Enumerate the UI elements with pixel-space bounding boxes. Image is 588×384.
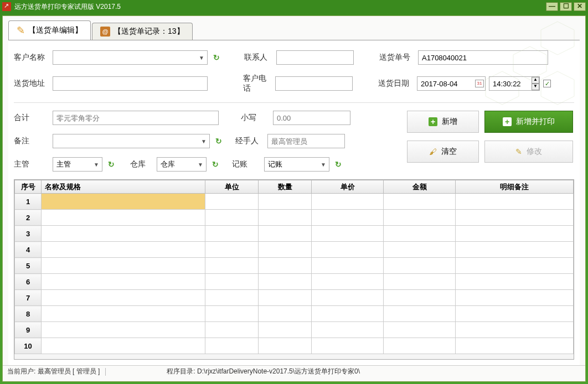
cell[interactable] xyxy=(42,338,205,354)
cell[interactable] xyxy=(384,258,456,274)
delivery-no-input[interactable] xyxy=(418,50,548,65)
time-spinner[interactable]: 14:30:22▲▼ xyxy=(489,76,540,91)
cell[interactable] xyxy=(384,194,456,210)
cell[interactable] xyxy=(384,338,456,354)
cell[interactable] xyxy=(42,306,205,322)
cell[interactable] xyxy=(456,290,574,306)
cell[interactable] xyxy=(312,338,384,354)
cell[interactable] xyxy=(456,242,574,258)
remark-combo[interactable]: ▼ xyxy=(53,134,210,148)
row-number[interactable]: 6 xyxy=(15,274,42,290)
cell[interactable] xyxy=(384,290,456,306)
col-price[interactable]: 单价 xyxy=(312,180,384,194)
cell[interactable] xyxy=(259,338,312,354)
refresh-icon[interactable]: ↻ xyxy=(214,137,223,146)
row-number[interactable]: 7 xyxy=(15,290,42,306)
total-input[interactable] xyxy=(53,111,219,125)
cell[interactable] xyxy=(205,226,259,242)
cell[interactable] xyxy=(42,290,205,306)
table-row[interactable]: 1 xyxy=(15,194,574,210)
row-number[interactable]: 3 xyxy=(15,226,42,242)
cell[interactable] xyxy=(259,306,312,322)
cell[interactable] xyxy=(384,226,456,242)
row-number[interactable]: 5 xyxy=(15,258,42,274)
cell[interactable] xyxy=(259,258,312,274)
table-row[interactable]: 10 xyxy=(15,338,574,354)
date-checkbox[interactable]: ✓ xyxy=(543,80,551,87)
tab-records[interactable]: @ 【送货单记录：13】 xyxy=(92,23,193,40)
cell[interactable] xyxy=(205,338,259,354)
row-number[interactable]: 10 xyxy=(15,338,42,354)
col-seq[interactable]: 序号 xyxy=(15,180,42,194)
minimize-button[interactable]: — xyxy=(546,2,558,11)
cell[interactable] xyxy=(42,274,205,290)
cell[interactable] xyxy=(312,274,384,290)
table-row[interactable]: 5 xyxy=(15,258,574,274)
supervisor-combo[interactable]: 主管▼ xyxy=(53,157,102,172)
table-row[interactable]: 6 xyxy=(15,274,574,290)
warehouse-combo[interactable]: 仓库▼ xyxy=(157,157,207,172)
customer-name-combo[interactable]: ▼ xyxy=(53,50,208,65)
refresh-icon[interactable]: ↻ xyxy=(334,160,343,169)
cell[interactable] xyxy=(456,194,574,210)
refresh-icon[interactable]: ↻ xyxy=(211,160,220,169)
col-qty[interactable]: 数量 xyxy=(259,180,312,194)
clear-button[interactable]: 🖌清空 xyxy=(407,141,479,163)
titlebar[interactable]: 远方送货单打印专家试用版 V2017.5 — ☐ ✕ xyxy=(0,0,588,13)
cell[interactable] xyxy=(259,194,312,210)
cell[interactable] xyxy=(42,242,205,258)
cell[interactable] xyxy=(259,274,312,290)
cell[interactable] xyxy=(205,194,259,210)
cell[interactable] xyxy=(42,194,205,210)
row-number[interactable]: 4 xyxy=(15,242,42,258)
cell[interactable] xyxy=(205,306,259,322)
col-unit[interactable]: 单位 xyxy=(205,180,259,194)
cell[interactable] xyxy=(42,226,205,242)
cell[interactable] xyxy=(259,210,312,226)
handler-input[interactable] xyxy=(267,134,345,148)
row-number[interactable]: 1 xyxy=(15,194,42,210)
cell[interactable] xyxy=(312,194,384,210)
cell[interactable] xyxy=(205,258,259,274)
add-print-button[interactable]: +新增并打印 xyxy=(484,111,573,133)
cell[interactable] xyxy=(456,210,574,226)
date-picker[interactable]: 2017-08-0431 xyxy=(417,76,486,91)
tab-edit[interactable]: ✎ 【送货单编辑】 xyxy=(8,20,91,40)
table-row[interactable]: 2 xyxy=(15,210,574,226)
refresh-icon[interactable]: ↻ xyxy=(107,160,116,169)
cell[interactable] xyxy=(259,290,312,306)
modify-button[interactable]: ✎修改 xyxy=(484,141,573,163)
items-table[interactable]: 序号 名称及规格 单位 数量 单价 金额 明细备注 12345678910 xyxy=(14,179,574,360)
row-number[interactable]: 2 xyxy=(15,210,42,226)
cell[interactable] xyxy=(456,338,574,354)
contact-input[interactable] xyxy=(276,50,354,65)
cust-phone-input[interactable] xyxy=(275,76,353,91)
cell[interactable] xyxy=(205,274,259,290)
cell[interactable] xyxy=(312,242,384,258)
maximize-button[interactable]: ☐ xyxy=(560,2,572,11)
cell[interactable] xyxy=(312,290,384,306)
table-row[interactable]: 9 xyxy=(15,322,574,338)
cell[interactable] xyxy=(312,306,384,322)
row-number[interactable]: 9 xyxy=(15,322,42,338)
table-row[interactable]: 8 xyxy=(15,306,574,322)
cell[interactable] xyxy=(42,322,205,338)
table-row[interactable]: 7 xyxy=(15,290,574,306)
close-button[interactable]: ✕ xyxy=(574,2,586,11)
row-number[interactable]: 8 xyxy=(15,306,42,322)
cell[interactable] xyxy=(384,210,456,226)
col-spec[interactable]: 名称及规格 xyxy=(42,180,205,194)
accounting-combo[interactable]: 记账▼ xyxy=(264,157,329,172)
add-button[interactable]: +新增 xyxy=(407,111,479,133)
col-amount[interactable]: 金额 xyxy=(384,180,456,194)
delivery-addr-input[interactable] xyxy=(53,76,208,91)
cell[interactable] xyxy=(384,274,456,290)
refresh-icon[interactable]: ↻ xyxy=(212,53,221,62)
cell[interactable] xyxy=(456,306,574,322)
table-row[interactable]: 3 xyxy=(15,226,574,242)
lowercase-input[interactable] xyxy=(273,111,350,125)
cell[interactable] xyxy=(205,290,259,306)
cell[interactable] xyxy=(456,226,574,242)
table-row[interactable]: 4 xyxy=(15,242,574,258)
cell[interactable] xyxy=(456,274,574,290)
